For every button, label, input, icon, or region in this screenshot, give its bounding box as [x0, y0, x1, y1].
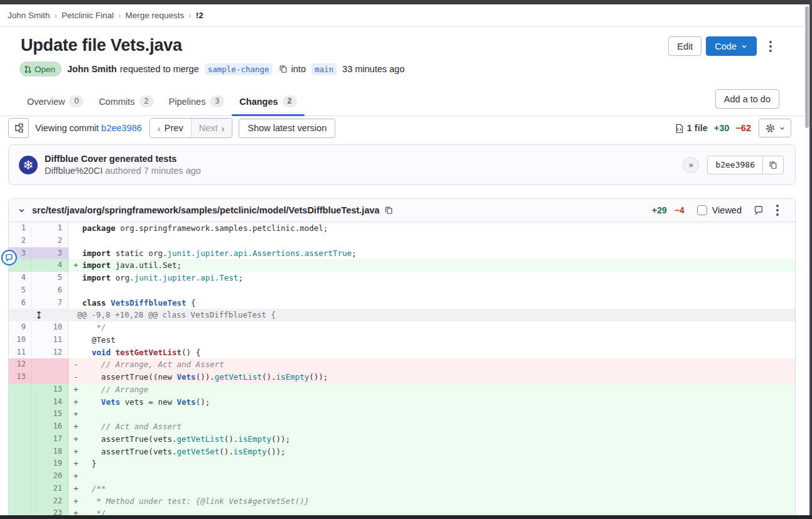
diff-sign: - [73, 358, 78, 371]
new-line-number[interactable]: 7 [31, 297, 68, 309]
tab-commits[interactable]: Commits2 [91, 95, 161, 115]
old-line-number[interactable] [9, 483, 31, 495]
old-line-number[interactable] [9, 420, 31, 433]
prev-button[interactable]: ‹Prev [150, 119, 191, 137]
diff-sign: + [73, 446, 78, 458]
old-line-number[interactable] [9, 433, 31, 446]
old-line-number[interactable]: 10 [9, 334, 31, 346]
diff-row: 4+import java.util.Set; [9, 259, 795, 272]
more-options-icon[interactable] [764, 37, 777, 56]
edit-button[interactable]: Edit [668, 36, 701, 56]
comment-icon[interactable] [754, 205, 764, 215]
tab-overview[interactable]: Overview0 [19, 95, 91, 115]
diff-row: 20+ [9, 470, 795, 483]
old-line-number[interactable] [9, 507, 31, 515]
tab-pipelines[interactable]: Pipelines3 [161, 95, 232, 115]
diff-sign: + [73, 383, 78, 396]
viewed-checkbox[interactable] [697, 205, 707, 215]
new-line-number[interactable]: 20 [31, 470, 68, 483]
old-line-number[interactable]: 5 [9, 284, 31, 297]
old-line-number[interactable] [9, 408, 31, 420]
new-line-number[interactable]: 13 [31, 383, 68, 396]
old-line-number[interactable] [9, 470, 31, 483]
target-branch-chip[interactable]: main [311, 63, 337, 75]
add-todo-button[interactable]: Add a to do [715, 89, 779, 109]
code-line [68, 284, 795, 297]
new-line-number[interactable]: 2 [31, 235, 68, 247]
old-line-number[interactable]: 12 [9, 358, 31, 371]
file-tree-toggle-button[interactable] [8, 118, 29, 138]
copy-sha-icon[interactable] [762, 156, 783, 174]
commit-sha-link[interactable]: b2ee3986 [101, 123, 142, 133]
code-button-label: Code [715, 41, 737, 51]
copy-path-icon[interactable] [384, 206, 393, 215]
old-line-number[interactable]: 13 [9, 371, 31, 383]
new-line-number[interactable] [31, 358, 68, 371]
expand-lines-icon[interactable] [9, 309, 68, 321]
old-line-number[interactable]: 9 [9, 321, 31, 334]
scrollbar-thumb[interactable] [805, 6, 809, 128]
old-line-number[interactable]: 2 [9, 235, 31, 247]
old-line-number[interactable]: 1 [9, 222, 31, 235]
code-line: import org.junit.jupiter.api.Test; [68, 272, 795, 284]
copy-branch-icon[interactable] [279, 65, 288, 73]
diff-settings-button[interactable] [759, 119, 791, 137]
deletions-count: −62 [735, 123, 751, 133]
show-latest-version-button[interactable]: Show latest version [239, 119, 335, 138]
old-line-number[interactable] [9, 446, 31, 458]
code-line [68, 235, 795, 247]
new-line-number[interactable]: 10 [31, 321, 68, 334]
diff-row: 23+ */ [9, 507, 795, 515]
expand-commit-icon[interactable]: » [683, 157, 699, 173]
new-line-number[interactable]: 1 [31, 222, 68, 235]
commit-title[interactable]: Diffblue Cover generated tests [45, 153, 201, 165]
scrollbar[interactable] [804, 4, 809, 515]
new-line-number[interactable]: 21 [31, 483, 68, 495]
tab-changes[interactable]: Changes2 [232, 95, 304, 115]
source-branch-chip[interactable]: sample-change [205, 63, 273, 75]
collapse-file-icon[interactable] [18, 206, 26, 215]
new-line-number[interactable]: 5 [31, 272, 68, 284]
file-options-icon[interactable] [771, 201, 784, 220]
diff-rows: 11package org.springframework.samples.pe… [9, 222, 795, 515]
diff-sign: + [73, 507, 78, 515]
author-name[interactable]: John Smith [67, 64, 117, 74]
old-line-number[interactable] [9, 457, 31, 470]
new-line-number[interactable]: 3 [31, 247, 68, 260]
new-line-number[interactable]: 14 [31, 396, 68, 409]
next-button[interactable]: Next› [191, 119, 232, 137]
code-line: package org.springframework.samples.petc… [68, 222, 795, 235]
diff-row: 11package org.springframework.samples.pe… [9, 222, 795, 235]
new-line-number[interactable]: 18 [31, 446, 68, 458]
new-line-number[interactable]: 17 [31, 433, 68, 446]
old-line-number[interactable] [9, 383, 31, 396]
new-line-number[interactable]: 12 [31, 346, 68, 359]
breadcrumb-item[interactable]: John Smith [8, 11, 50, 20]
diff-row: 22 [9, 235, 795, 247]
old-line-number[interactable]: 6 [9, 297, 31, 309]
diff-row: 18+ assertTrue(vets.getVetSet().isEmpty(… [9, 446, 795, 458]
diff-row: 910 */ [9, 321, 795, 334]
new-line-number[interactable]: 22 [31, 495, 68, 508]
breadcrumb-separator: › [55, 11, 57, 20]
new-line-number[interactable]: 15 [31, 408, 68, 420]
file-path[interactable]: src/test/java/org/springframework/sample… [32, 205, 379, 215]
new-line-number[interactable] [31, 371, 68, 383]
new-line-number[interactable]: 6 [31, 284, 68, 297]
new-line-number[interactable]: 4 [31, 259, 68, 272]
code-button[interactable]: Code [706, 36, 757, 56]
old-line-number[interactable] [9, 396, 31, 409]
new-line-number[interactable]: 11 [31, 334, 68, 346]
line-comment-bubble-icon[interactable] [1, 250, 17, 265]
old-line-number[interactable]: 11 [9, 346, 31, 359]
new-line-number[interactable]: 16 [31, 420, 68, 433]
new-line-number[interactable]: 23 [31, 507, 68, 515]
diff-sign: + [73, 457, 78, 470]
breadcrumb-item[interactable]: Petclinic Final [62, 11, 114, 20]
diff-row: 13- assertTrue((new Vets()).getVetList()… [9, 371, 795, 383]
old-line-number[interactable] [9, 495, 31, 508]
breadcrumb-item[interactable]: Merge requests [126, 11, 185, 20]
old-line-number[interactable]: 4 [9, 272, 31, 284]
new-line-number[interactable]: 19 [31, 457, 68, 470]
breadcrumb-separator: › [118, 11, 121, 20]
